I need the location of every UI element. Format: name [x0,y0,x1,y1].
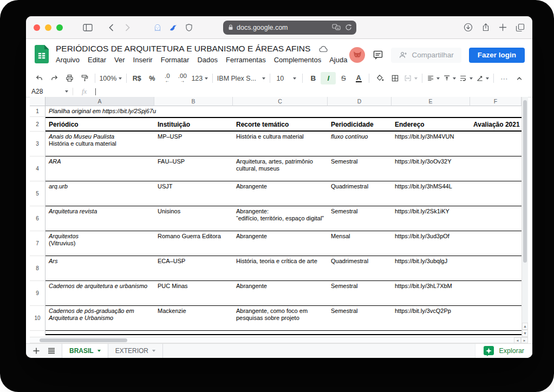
downloads-icon[interactable] [464,23,473,32]
more-tools-button[interactable]: ⋯ [497,72,512,84]
header-cell[interactable]: Avaliação 2021 [470,118,522,130]
cell[interactable]: Quadrimestral [328,181,392,206]
cell[interactable]: Romano Guerra Editora [154,231,233,256]
column-header-c[interactable]: C [233,97,328,106]
number-format-select[interactable]: 123 [190,72,210,84]
minimize-window-button[interactable] [45,24,51,31]
format-currency-button[interactable]: R$ [129,72,145,84]
cell[interactable]: https://bit.ly/3hM4VUN [392,132,470,156]
text-rotation-select[interactable] [474,72,491,84]
menu-ajuda[interactable]: Ajuda [329,56,347,64]
menu-ver[interactable]: Ver [114,56,125,64]
scroll-up-icon[interactable]: ▲ [522,323,528,330]
cell[interactable]: Cadernos de pós-graduação emArquitetura … [45,306,154,330]
cell[interactable] [470,256,522,280]
text-wrap-select[interactable] [458,72,474,84]
scroll-down-icon[interactable]: ▼ [522,330,528,337]
scroll-left-icon[interactable]: ◂ [514,337,521,343]
add-sheet-icon[interactable] [32,347,40,355]
document-title[interactable]: PERIÓDICOS DE ARQUITETURA E URBANISMO E … [56,44,310,54]
row-number[interactable]: 9 [30,281,45,306]
comment-icon[interactable] [373,50,383,60]
cell[interactable]: Abrangente:“edifício, território, espaço… [233,206,328,231]
cell[interactable]: USJT [154,181,233,206]
zoom-select[interactable]: 100% [98,72,123,84]
cell[interactable]: Semestral [328,306,392,330]
cell[interactable] [470,281,522,305]
redo-button[interactable] [47,72,62,84]
cell[interactable]: Semestral [328,281,392,305]
header-cell[interactable]: Endereço [392,118,470,130]
cell[interactable]: Semestral [328,156,392,181]
cell[interactable]: Arquitextos(Vitruvius) [45,231,154,256]
cell[interactable]: Unisinos [154,206,233,231]
cell[interactable]: Abrangente, como foco em pesquisas sobre… [233,306,328,330]
scroll-right-icon[interactable]: ▸ [521,337,528,343]
column-header-b[interactable]: B [154,97,233,106]
cell[interactable] [470,231,522,256]
menu-complementos[interactable]: Complementos [274,56,321,64]
vertical-scrollbar[interactable]: ▲ ▼ [522,97,528,337]
cell[interactable]: Abrangente [233,231,328,256]
borders-button[interactable] [387,72,402,84]
menu-ferramentas[interactable]: Ferramentas [226,56,266,64]
format-percent-button[interactable]: % [145,72,160,84]
cell[interactable]: https://bit.ly/3oOv32Y [392,156,470,181]
cell[interactable]: https://bit.ly/3vcQ2Pp [392,306,470,330]
cell[interactable]: Quadrimestral [328,256,392,280]
cell[interactable] [470,306,522,330]
cell[interactable]: https://bit.ly/3hMS44L [392,181,470,206]
row-number[interactable]: 2 [30,117,45,132]
tab-overview-icon[interactable] [516,23,525,32]
forward-icon[interactable] [122,22,133,33]
header-cell[interactable]: Recorte temático [233,118,328,130]
row-number[interactable]: 5 [30,181,45,206]
bold-button[interactable]: B [305,72,321,84]
login-button[interactable]: Fazer login [469,48,525,63]
cell[interactable]: PUC Minas [154,281,233,305]
share-icon[interactable] [481,23,490,32]
cell[interactable]: Semestral [328,206,392,231]
row-number[interactable]: 8 [30,256,45,281]
sheets-logo-icon[interactable] [35,45,49,63]
undo-button[interactable] [31,72,47,84]
cell[interactable] [470,206,522,231]
vertical-scrollbar-thumb[interactable] [523,100,527,263]
close-window-button[interactable] [34,24,40,31]
name-box[interactable]: A28 [26,88,73,95]
cell[interactable]: Cadernos de arquitetura e urbanismo [45,281,154,305]
column-header-e[interactable]: E [392,97,470,106]
header-cell[interactable]: Instituição [154,118,233,130]
font-select[interactable]: IBM Plex S... [216,72,268,84]
shield-extension-icon[interactable] [184,22,194,33]
cell[interactable]: https://bit.ly/2Sk1iKY [392,206,470,231]
ghost-extension-icon[interactable] [152,22,163,33]
cell[interactable]: https://bit.ly/3hL7XbM [392,281,470,305]
translate-icon[interactable] [332,24,341,31]
paint-format-button[interactable] [77,72,92,84]
decrease-decimal-button[interactable]: .0← [160,72,175,84]
horizontal-align-select[interactable] [425,72,441,84]
cell[interactable]: MP–USP [154,132,233,156]
cell[interactable]: Arquitetura, artes, patrimônio cultural,… [233,156,328,181]
cell[interactable] [470,181,522,206]
row-number[interactable]: 10 [30,306,45,331]
cell[interactable]: Mensal [328,231,392,256]
merge-cells-button[interactable] [402,72,419,84]
sheet-tab-exterior[interactable]: EXTERIOR [108,344,163,358]
vertical-align-select[interactable] [441,72,458,84]
row-number[interactable]: 4 [30,156,45,181]
cell[interactable]: https://bit.ly/3ud3pOf [392,231,470,256]
header-cell[interactable]: Periodicidade [328,118,392,130]
row-number[interactable]: 7 [30,231,45,256]
cell[interactable] [470,132,522,156]
print-button[interactable] [62,72,77,84]
reload-icon[interactable] [345,24,352,31]
column-header-a[interactable]: A [45,97,154,106]
font-size-select[interactable]: 10 [273,72,299,84]
sheet-tab-brasil[interactable]: BRASIL [62,344,108,358]
italic-button[interactable]: I [321,72,336,84]
horizontal-scrollbar[interactable]: ◂ ▸ [30,337,528,343]
all-sheets-icon[interactable] [48,348,55,354]
cell[interactable]: https://bit.ly/3ubqlgJ [392,256,470,280]
